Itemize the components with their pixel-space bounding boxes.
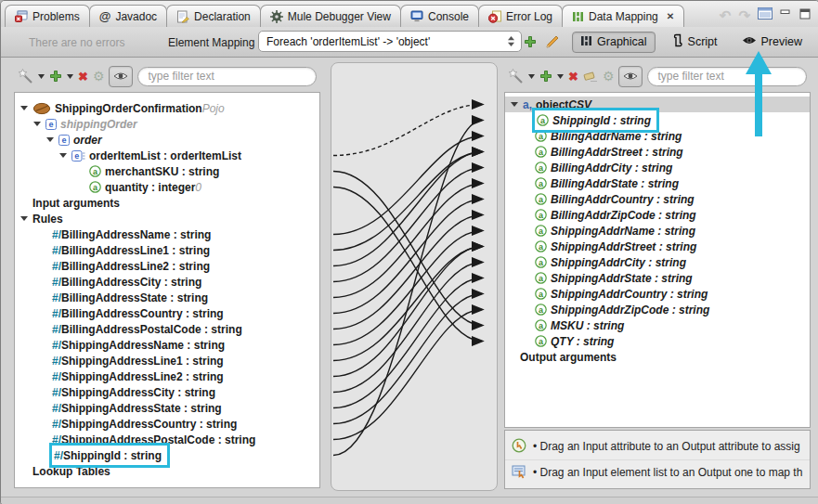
expander-icon[interactable] (46, 137, 58, 142)
output-filter-field[interactable] (647, 67, 807, 86)
svg-text:e: e (48, 120, 53, 129)
tab-error-log[interactable]: Error Log (478, 5, 563, 27)
add-icon[interactable] (539, 67, 552, 85)
delete-icon[interactable]: ✖ (78, 67, 88, 85)
output-tree: a,object CSVaShippingId : stringaBilling… (504, 92, 811, 428)
tree-row[interactable]: aShippingAddrZipCode : string (505, 302, 810, 317)
tree-row[interactable]: #/ ShippingAddressCity : string (15, 384, 319, 400)
gear-icon[interactable]: ⚙ (603, 67, 615, 85)
select-stepper-icon (507, 35, 515, 50)
wand-dropdown-caret-icon[interactable] (528, 67, 535, 85)
attribute-icon: a (535, 193, 547, 205)
tree-row[interactable]: #/ ShippingAddressCountry : string (15, 416, 319, 432)
view-menu-icon[interactable] (758, 6, 773, 23)
mapping-toolbar: There are no errors Element Mapping Fore… (1, 27, 818, 58)
expander-icon[interactable] (20, 106, 32, 110)
forward-icon[interactable]: ↷ (738, 8, 750, 22)
tree-row[interactable]: aShippingAddrName : string (505, 223, 810, 239)
tree-row[interactable]: #/ ShippingId : string (15, 447, 319, 463)
window-controls: ↶ ↷ (720, 6, 818, 27)
add-dropdown-caret-icon[interactable] (67, 67, 73, 85)
tree-row[interactable]: aBillingAddrCountry : string (505, 191, 810, 207)
tree-row[interactable]: #/ ShippingAddressName : string (15, 337, 319, 353)
attribute-icon: a (535, 272, 547, 284)
maximize-button[interactable] (799, 6, 812, 23)
tab-declaration[interactable]: Declaration (166, 5, 261, 27)
attribute-icon: a (535, 177, 547, 189)
script-view-button[interactable]: Script (665, 31, 725, 53)
expander-icon[interactable] (33, 122, 45, 126)
tab-close-icon[interactable]: ✕ (667, 11, 674, 21)
tree-row[interactable]: aBillingAddrStreet : string (505, 144, 810, 160)
hint-area: • Drag an Input attribute to an Output a… (504, 430, 811, 489)
mapping-line (333, 263, 482, 393)
tree-row[interactable]: #/ BillingAddressState : string (15, 290, 319, 305)
tree-row[interactable]: aMSKU : string (505, 317, 810, 333)
tree-row[interactable]: #/ BillingAddressLine1 : string (15, 242, 319, 258)
delete-icon[interactable]: ✖ (568, 67, 578, 85)
attribute-icon: a (89, 165, 101, 177)
element-mapping-select[interactable]: Foreach 'orderItemList' -> 'object' (258, 31, 522, 52)
edit-mapping-button[interactable] (544, 33, 561, 50)
console-icon (410, 10, 423, 22)
add-mapping-button[interactable] (522, 33, 539, 50)
expander-icon[interactable] (20, 216, 32, 221)
tree-row[interactable]: aBillingAddrZipCode : string (505, 207, 810, 223)
attribute-icon: a (535, 256, 547, 268)
hint-row: • Drag an Input element list to an Outpu… (505, 459, 810, 485)
status-text: There are no errors (29, 36, 124, 49)
attribute-icon: a (535, 304, 547, 316)
add-icon[interactable] (49, 67, 62, 85)
tree-row[interactable]: #/ BillingAddressCountry : string (15, 305, 319, 321)
add-dropdown-caret-icon[interactable] (557, 67, 564, 85)
preview-view-button[interactable]: Preview (734, 32, 810, 51)
tree-row[interactable]: #/ ShippingAddressState : string (15, 400, 319, 416)
tree-row[interactable]: #/ BillingAddressLine2 : string (15, 258, 319, 274)
gear-icon[interactable]: ⚙ (93, 67, 105, 85)
tree-row[interactable]: #/ BillingAddressName : string (15, 226, 319, 242)
element-list-icon: e (71, 150, 85, 162)
tab-javadoc[interactable]: @Javadoc (89, 5, 167, 27)
tree-row[interactable]: #/ ShippingAddressLine2 : string (15, 368, 319, 384)
expander-icon[interactable] (511, 102, 523, 107)
input-tree: ShippingOrderConfirmation PojoeshippingO… (14, 92, 320, 488)
infer-wand-icon[interactable] (18, 67, 33, 85)
tree-row[interactable]: aShippingAddrCity : string (505, 254, 810, 270)
minimize-button[interactable] (780, 6, 792, 23)
tab-console[interactable]: Console (400, 5, 479, 27)
tree-row[interactable]: amerchantSKU : string (15, 163, 319, 179)
tab-problems[interactable]: Problems (5, 5, 90, 27)
tree-row[interactable]: #/ BillingAddressPostalCode : string (15, 321, 319, 337)
tab-mule-debugger-view[interactable]: Mule Debugger View (260, 5, 401, 27)
tree-row[interactable]: aShippingAddrCountry : string (505, 286, 810, 302)
tree-row[interactable]: eorderItemList : orderItemList (15, 148, 319, 163)
tree-row[interactable]: Input arguments (15, 195, 319, 211)
eye-toggle-button[interactable] (618, 66, 643, 87)
tree-row[interactable]: aShippingAddrStreet : string (505, 239, 810, 254)
tree-row[interactable]: aShippingAddrState : string (505, 270, 810, 286)
tree-row[interactable]: eorder (15, 132, 319, 148)
eraser-icon[interactable] (583, 67, 598, 85)
input-panel-toolbar: ✖ ⚙ (18, 62, 317, 90)
infer-wand-icon[interactable] (508, 67, 524, 85)
tree-row[interactable]: #/ ShippingAddressLine1 : string (15, 353, 319, 368)
input-panel: ✖ ⚙ ShippingOrderConfirmation Pojoeshipp… (10, 62, 324, 491)
tree-row[interactable]: Rules (15, 211, 319, 226)
tree-row[interactable]: aBillingAddrState : string (505, 175, 810, 191)
expander-icon[interactable] (59, 153, 71, 158)
input-filter-field[interactable] (137, 67, 317, 86)
eclipse-data-mapping-window: Problems@JavadocDeclarationMule Debugger… (0, 0, 818, 504)
tree-row[interactable]: aQTY : string (505, 333, 810, 349)
tree-row[interactable]: aBillingAddrCity : string (505, 160, 810, 175)
wand-dropdown-caret-icon[interactable] (38, 67, 45, 85)
tree-row[interactable]: ShippingOrderConfirmation Pojo (15, 100, 319, 116)
tree-row[interactable]: #/ BillingAddressCity : string (15, 274, 319, 290)
attribute-icon: a (535, 240, 547, 252)
tab-data-mapping[interactable]: Data Mapping✕ (562, 5, 684, 27)
back-icon[interactable]: ↶ (720, 8, 732, 22)
eye-toggle-button[interactable] (109, 66, 133, 87)
tree-row[interactable]: aquantity : integer 0 (15, 179, 319, 195)
graphical-view-button[interactable]: Graphical (572, 32, 656, 53)
tree-row[interactable]: eshippingOrder (15, 116, 319, 132)
tree-row[interactable]: Output arguments (505, 349, 810, 365)
